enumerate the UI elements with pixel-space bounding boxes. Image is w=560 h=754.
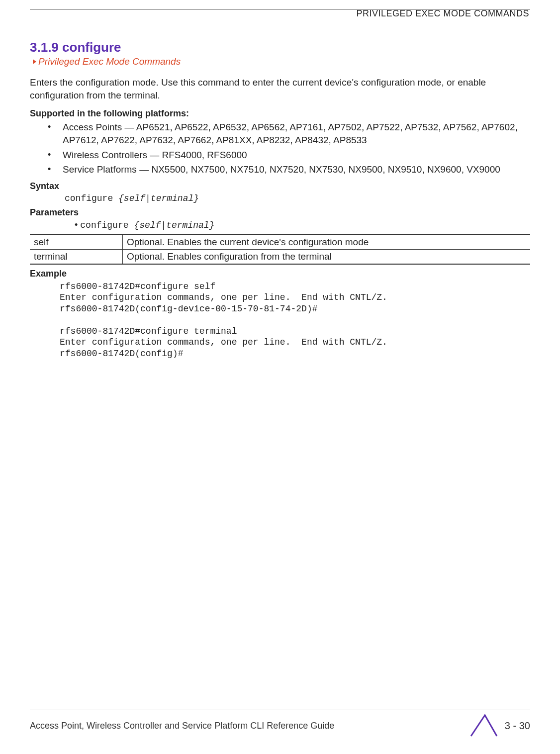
- supported-heading: Supported in the following platforms:: [30, 108, 530, 119]
- footer-guide-title: Access Point, Wireless Controller and Se…: [30, 721, 334, 731]
- param-args: {self|terminal}: [134, 220, 214, 230]
- param-desc: Optional. Enables configuration from the…: [123, 249, 531, 264]
- example-heading: Example: [30, 269, 530, 279]
- table-row: self Optional. Enables the current devic…: [30, 235, 530, 250]
- syntax-cmd: configure: [65, 193, 118, 203]
- example-block: rfs6000-81742D#configure self Enter conf…: [60, 281, 530, 360]
- list-item: Wireless Controllers — RFS4000, RFS6000: [48, 149, 530, 162]
- list-item: Service Platforms — NX5500, NX7500, NX75…: [48, 163, 530, 176]
- parameters-line: configure {self|terminal}: [75, 220, 530, 230]
- parameters-table: self Optional. Enables the current devic…: [30, 234, 530, 265]
- section-title: 3.1.9 configure: [30, 40, 530, 55]
- syntax-heading: Syntax: [30, 181, 530, 191]
- syntax-args: {self|terminal}: [118, 193, 199, 203]
- page-corner-icon: [470, 714, 498, 737]
- page-footer: Access Point, Wireless Controller and Se…: [0, 710, 560, 737]
- param-cmd: configure: [80, 220, 134, 230]
- supported-list: Access Points — AP6521, AP6522, AP6532, …: [30, 121, 530, 176]
- table-row: terminal Optional. Enables configuration…: [30, 249, 530, 264]
- triangle-right-icon: [33, 59, 36, 64]
- param-key: self: [30, 235, 123, 250]
- syntax-line: configure {self|terminal}: [65, 193, 530, 203]
- footer-rule: [30, 710, 530, 710]
- param-key: terminal: [30, 249, 123, 264]
- parameters-heading: Parameters: [30, 207, 530, 218]
- intro-paragraph: Enters the configuration mode. Use this …: [30, 76, 530, 101]
- running-head: PRIVILEGED EXEC MODE COMMANDS: [30, 8, 530, 19]
- list-item: Access Points — AP6521, AP6522, AP6532, …: [48, 121, 530, 146]
- page-body: PRIVILEGED EXEC MODE COMMANDS 3.1.9 conf…: [0, 9, 560, 359]
- page-number: 3 - 30: [505, 720, 530, 732]
- page-badge: 3 - 30: [470, 714, 530, 737]
- param-desc: Optional. Enables the current device's c…: [123, 235, 531, 250]
- breadcrumb[interactable]: Privileged Exec Mode Commands: [30, 56, 530, 67]
- breadcrumb-text: Privileged Exec Mode Commands: [38, 56, 181, 67]
